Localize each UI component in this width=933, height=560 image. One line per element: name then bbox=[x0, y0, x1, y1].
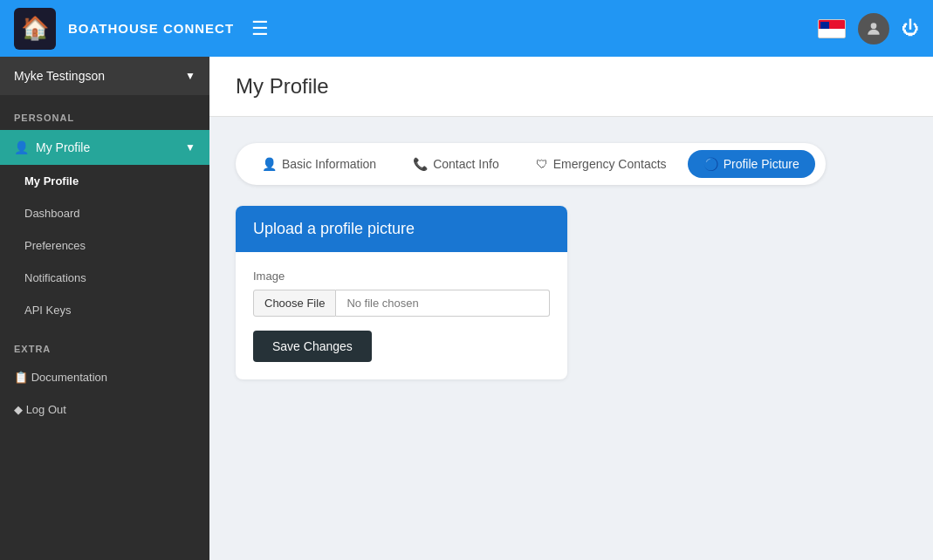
topnav-right: ⏻ bbox=[818, 13, 919, 44]
main-content: My Profile 👤 Basic Information 📞 Contact… bbox=[209, 57, 933, 560]
page-body: 👤 Basic Information 📞 Contact Info 🛡 Eme… bbox=[209, 117, 933, 560]
topnav-left: 🏠 BOATHOUSE CONNECT ☰ bbox=[14, 8, 274, 50]
documentation-icon: 📋 bbox=[14, 371, 31, 384]
sidebar-item-my-profile-label: 👤 My Profile bbox=[14, 140, 90, 154]
app-name: BOATHOUSE CONNECT bbox=[68, 21, 234, 36]
sidebar-section-extra: EXTRA bbox=[0, 326, 209, 361]
sidebar-item-active-arrow-icon: ▼ bbox=[185, 141, 196, 154]
sidebar-item-documentation[interactable]: 📋 Documentation bbox=[0, 361, 209, 393]
logout-icon: ◆ bbox=[14, 403, 26, 416]
sidebar-user-arrow-icon: ▼ bbox=[185, 70, 196, 82]
sidebar-subitem-dashboard[interactable]: Dashboard bbox=[0, 197, 209, 229]
hamburger-menu-icon[interactable]: ☰ bbox=[246, 12, 274, 45]
top-navigation: 🏠 BOATHOUSE CONNECT ☰ ⏻ bbox=[0, 0, 933, 57]
tab-basic-information[interactable]: 👤 Basic Information bbox=[246, 150, 392, 178]
file-input-row: Choose File No file chosen bbox=[253, 290, 550, 317]
power-button-icon[interactable]: ⏻ bbox=[902, 18, 919, 38]
my-profile-icon: 👤 bbox=[14, 140, 29, 154]
logo-emoji: 🏠 bbox=[21, 15, 49, 42]
sidebar-user-dropdown[interactable]: Myke Testingson ▼ bbox=[0, 57, 209, 95]
tab-emergency-contacts[interactable]: 🛡 Emergency Contacts bbox=[520, 150, 683, 178]
sidebar-subitem-api-keys[interactable]: API Keys bbox=[0, 294, 209, 326]
upload-card-title: Upload a profile picture bbox=[253, 220, 415, 237]
contact-info-icon: 📞 bbox=[413, 157, 428, 171]
user-avatar-icon[interactable] bbox=[858, 13, 889, 44]
choose-file-button[interactable]: Choose File bbox=[253, 290, 336, 317]
sidebar-subitem-preferences[interactable]: Preferences bbox=[0, 229, 209, 262]
sidebar-item-log-out[interactable]: ◆ Log Out bbox=[0, 393, 209, 426]
save-changes-button[interactable]: Save Changes bbox=[253, 331, 372, 362]
tab-contact-info[interactable]: 📞 Contact Info bbox=[397, 150, 515, 178]
emergency-icon: 🛡 bbox=[536, 157, 548, 171]
page-title: My Profile bbox=[236, 74, 907, 99]
sidebar-subitem-my-profile[interactable]: My Profile bbox=[0, 165, 209, 197]
flag-icon[interactable] bbox=[818, 19, 846, 38]
sidebar-item-my-profile[interactable]: 👤 My Profile ▼ bbox=[0, 130, 209, 165]
file-name-display: No file chosen bbox=[336, 290, 550, 317]
basic-info-icon: 👤 bbox=[262, 157, 277, 171]
upload-card-body: Image Choose File No file chosen Save Ch… bbox=[236, 252, 567, 379]
upload-card-header: Upload a profile picture bbox=[236, 206, 567, 252]
sidebar-user-name: Myke Testingson bbox=[14, 69, 105, 83]
sidebar-section-personal: PERSONAL bbox=[0, 95, 209, 130]
upload-profile-picture-card: Upload a profile picture Image Choose Fi… bbox=[236, 206, 567, 379]
sidebar: Myke Testingson ▼ PERSONAL 👤 My Profile … bbox=[0, 57, 209, 560]
app-logo: 🏠 bbox=[14, 8, 56, 50]
profile-tabs: 👤 Basic Information 📞 Contact Info 🛡 Eme… bbox=[236, 143, 826, 185]
page-header: My Profile bbox=[209, 57, 933, 117]
profile-picture-icon: 🔵 bbox=[703, 157, 718, 171]
main-layout: Myke Testingson ▼ PERSONAL 👤 My Profile … bbox=[0, 57, 933, 560]
sidebar-subitem-notifications[interactable]: Notifications bbox=[0, 262, 209, 294]
tab-profile-picture[interactable]: 🔵 Profile Picture bbox=[688, 150, 815, 178]
svg-point-0 bbox=[871, 23, 877, 29]
image-field-label: Image bbox=[253, 270, 550, 283]
